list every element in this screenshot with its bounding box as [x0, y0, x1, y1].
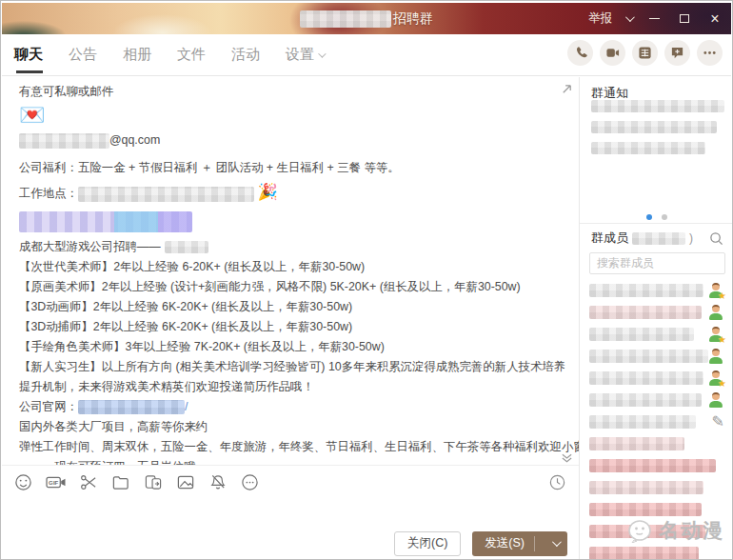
image-icon	[176, 473, 195, 491]
send-image-button[interactable]	[173, 470, 197, 494]
envelope-emoji: 💌	[19, 102, 569, 129]
member-row[interactable]	[580, 301, 733, 323]
member-row[interactable]	[580, 498, 733, 520]
screen-share-button[interactable]	[141, 470, 165, 494]
member-row[interactable]	[580, 520, 733, 542]
redacted-member-name	[589, 350, 708, 363]
member-row[interactable]	[580, 432, 733, 454]
pagination-dot-active[interactable]	[646, 214, 652, 220]
member-badge-icon	[708, 392, 724, 408]
qq-group-chat-window: 招聘群 举报 × 聊天 公告 相册 文件 活动 设置	[0, 0, 733, 560]
window-title: 招聘群	[300, 10, 433, 28]
member-row[interactable]	[580, 542, 733, 560]
tab-chat[interactable]: 聊天	[14, 34, 43, 75]
member-row[interactable]: ✎	[580, 410, 733, 432]
redacted-member-name	[589, 459, 716, 472]
notice-pagination[interactable]	[580, 214, 733, 220]
party-emoji: 🎉	[257, 183, 277, 201]
chat-line-job: 【3D动捕师】2年以上经验 6K-20K+ (组长及以上，年薪30-50w)	[19, 317, 569, 337]
chevron-down-icon	[318, 50, 326, 57]
tab-settings[interactable]: 设置	[286, 34, 324, 75]
redacted-member-name	[589, 525, 705, 538]
search-icon[interactable]	[709, 231, 723, 246]
smiley-icon	[14, 473, 32, 491]
member-list: ★ ★ ★ ✎	[580, 279, 733, 560]
redacted-member-name	[589, 371, 703, 385]
video-phone-icon	[605, 46, 620, 60]
chat-line-company: 成都大型游戏公司招聘——	[19, 237, 569, 257]
chat-line-job: 【原画美术师】2年以上经验 (设计+刻画能力强，风格不限) 5K-20K+ (组…	[19, 277, 569, 297]
minimize-button[interactable]	[645, 10, 663, 28]
pagination-dot[interactable]	[662, 214, 667, 220]
collapse-chevron-icon[interactable]	[561, 453, 573, 463]
sidebar-divider	[580, 223, 733, 224]
maximize-button[interactable]	[676, 10, 693, 28]
member-row[interactable]	[580, 476, 733, 498]
screenshot-button[interactable]	[76, 470, 100, 494]
redacted-member-name	[589, 415, 696, 429]
video-call-button[interactable]	[600, 40, 625, 66]
redacted-email	[19, 133, 109, 149]
member-row[interactable]	[580, 389, 733, 410]
popout-arrow-icon[interactable]	[561, 83, 573, 95]
send-options-caret[interactable]	[543, 540, 567, 547]
member-row[interactable]: ★	[580, 367, 733, 389]
close-chat-button[interactable]: 关闭(C)	[394, 531, 461, 556]
chevron-down-icon[interactable]	[625, 12, 635, 22]
member-row[interactable]	[580, 345, 733, 367]
send-file-button[interactable]	[109, 470, 132, 494]
chat-line-job: 【3D动画师】2年以上经验 6K-20K+ (组长及以上，年薪30-50w)	[19, 297, 569, 317]
redacted-location	[78, 187, 254, 202]
redacted-member-name	[589, 503, 702, 516]
gif-button[interactable]: GIF	[44, 470, 68, 494]
tab-announcement[interactable]: 公告	[69, 34, 97, 75]
chat-line-email: @qq.com	[19, 130, 569, 150]
more-tools-button[interactable]	[238, 470, 262, 494]
footer-bar: 关闭(C) 发送(S)	[2, 527, 579, 560]
admin-badge-icon: ★	[708, 327, 724, 342]
message-area[interactable]: 有意可私聊或邮件 💌 @qq.com 公司福利：五险一金 + 节假日福利 ＋ 团…	[2, 77, 579, 465]
chat-line-job: 【次世代美术师】2年以上经验 6-20K+ (组长及以上，年薪30-50w)	[19, 257, 569, 277]
more-actions-button[interactable]	[697, 40, 723, 66]
edit-pencil-icon[interactable]: ✎	[712, 412, 724, 430]
redacted-member-name	[589, 284, 703, 297]
more-circle-icon	[241, 473, 259, 491]
tab-album[interactable]: 相册	[123, 34, 151, 75]
bell-slash-icon	[208, 473, 228, 491]
member-badge-icon	[708, 349, 724, 364]
send-button[interactable]: 发送(S)	[472, 531, 567, 556]
svg-text:GIF: GIF	[49, 479, 58, 486]
member-search-input[interactable]: 搜索群成员	[589, 252, 725, 274]
chat-line-website: 公司官网：/	[19, 397, 569, 417]
redacted-website-link[interactable]	[78, 400, 185, 414]
tab-activities[interactable]: 活动	[231, 34, 260, 75]
emoji-button[interactable]	[11, 470, 35, 494]
group-title-text: 招聘群	[393, 10, 433, 28]
voice-call-button[interactable]	[567, 40, 593, 66]
admin-badge-icon: ★	[708, 283, 724, 298]
mute-notifications-button[interactable]	[206, 470, 229, 494]
member-row[interactable]: ★	[580, 279, 733, 301]
redacted-member-name	[589, 481, 703, 494]
message-history-button[interactable]	[545, 470, 569, 494]
new-message-button[interactable]	[664, 40, 690, 66]
group-members-title: 群成员	[591, 230, 628, 247]
group-classroom-button[interactable]	[632, 40, 658, 66]
close-button[interactable]: ×	[706, 10, 723, 28]
redacted-member-name	[589, 393, 702, 407]
scissors-icon	[79, 473, 98, 491]
ellipsis-icon	[703, 46, 717, 60]
redacted-notice-line	[591, 100, 724, 112]
report-button[interactable]: 举报	[588, 10, 612, 27]
screen-share-icon	[144, 473, 163, 491]
member-row[interactable]: ★	[580, 323, 733, 345]
member-row[interactable]	[580, 454, 733, 476]
tab-files[interactable]: 文件	[177, 34, 206, 75]
group-sidebar: 群通知 群成员 ) 搜索群成员 ★ ★	[579, 77, 733, 560]
message-input[interactable]	[2, 498, 579, 527]
input-toolbar: GIF	[2, 465, 579, 498]
redacted-member-name	[589, 437, 684, 450]
group-notice-card[interactable]	[591, 100, 723, 163]
redacted-notice-line	[591, 142, 705, 154]
clock-icon	[548, 473, 566, 491]
